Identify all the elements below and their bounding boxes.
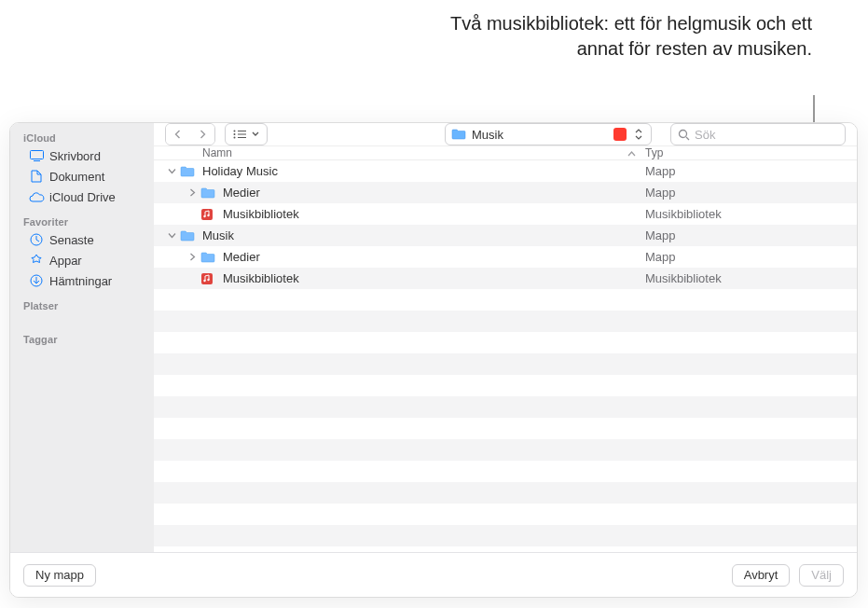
- svg-point-11: [234, 137, 236, 139]
- sidebar-heading-platser: Platser: [10, 297, 154, 313]
- column-header-name[interactable]: Namn: [202, 146, 645, 159]
- sidebar-item-label: Skrivbord: [49, 149, 101, 163]
- svg-point-19: [203, 279, 205, 281]
- table-row: [154, 311, 857, 332]
- download-icon: [29, 273, 44, 288]
- table-row[interactable]: MusikbibliotekMusikbibliotek: [154, 203, 857, 225]
- table-row: [154, 525, 857, 546]
- sidebar-item-label: Hämtningar: [49, 274, 112, 288]
- row-type-label: Mapp: [645, 250, 857, 264]
- sidebar-heading-favoriter: Favoriter: [10, 213, 154, 229]
- callout-caption: Två musikbibliotek: ett för helgmusik oc…: [439, 11, 812, 62]
- svg-point-17: [207, 214, 209, 215]
- table-row: [154, 504, 857, 525]
- nav-buttons: [165, 123, 215, 145]
- sidebar-item-label: iCloud Drive: [49, 190, 116, 204]
- sidebar-item-label: Dokument: [49, 170, 104, 184]
- choose-button[interactable]: Välj: [799, 564, 844, 587]
- svg-point-9: [234, 133, 236, 135]
- table-row: [154, 396, 857, 418]
- chevron-down-icon: [252, 131, 259, 137]
- music-library-icon: [200, 271, 215, 286]
- file-list: Holiday MusicMappMedierMappMusikbibliote…: [154, 160, 857, 552]
- disclosure-triangle-icon[interactable]: [186, 188, 199, 197]
- table-row[interactable]: MedierMapp: [154, 182, 857, 203]
- view-mode-button[interactable]: [225, 123, 268, 145]
- table-row: [154, 375, 857, 396]
- sidebar-item-skrivbord[interactable]: Skrivbord: [10, 145, 154, 166]
- chevron-left-icon: [173, 130, 183, 139]
- sort-ascending-icon: [627, 148, 636, 159]
- sidebar-item-senaste[interactable]: Senaste: [10, 229, 154, 250]
- sidebar-item-icloud-drive[interactable]: iCloud Drive: [10, 187, 154, 207]
- main-panel: Musik Namn: [154, 123, 857, 552]
- cloud-icon: [29, 189, 44, 204]
- path-popup[interactable]: Musik: [445, 123, 652, 145]
- sidebar-heading-icloud: iCloud: [10, 129, 154, 145]
- table-row: [154, 332, 857, 353]
- column-header-type[interactable]: Typ: [645, 146, 857, 159]
- row-type-label: Mapp: [645, 228, 857, 242]
- clock-icon: [29, 232, 44, 247]
- table-row: [154, 482, 857, 504]
- path-indicator-icon: [613, 128, 627, 141]
- folder-icon: [200, 250, 215, 265]
- finder-dialog: iCloud Skrivbord Dokument iCloud Drive F…: [9, 122, 858, 598]
- sidebar: iCloud Skrivbord Dokument iCloud Drive F…: [10, 123, 154, 552]
- path-label: Musik: [472, 128, 608, 142]
- sidebar-item-label: Appar: [49, 254, 82, 268]
- search-field[interactable]: [670, 123, 846, 145]
- toolbar: Musik: [154, 123, 857, 146]
- desktop-icon: [29, 148, 44, 163]
- music-library-icon: [200, 207, 215, 222]
- svg-point-7: [234, 131, 236, 132]
- svg-point-13: [680, 130, 687, 137]
- forward-button[interactable]: [190, 124, 214, 145]
- table-row: [154, 418, 857, 439]
- table-row[interactable]: MedierMapp: [154, 246, 857, 268]
- new-folder-button[interactable]: Ny mapp: [23, 564, 96, 587]
- svg-line-14: [686, 137, 689, 140]
- table-row: [154, 439, 857, 461]
- table-row[interactable]: MusikbibliotekMusikbibliotek: [154, 268, 857, 289]
- row-name-label: Medier: [223, 186, 260, 200]
- row-name-label: Musik: [202, 228, 234, 242]
- svg-rect-18: [201, 273, 213, 284]
- document-icon: [29, 169, 44, 184]
- column-headers: Namn Typ: [154, 146, 857, 160]
- row-type-label: Musikbibliotek: [645, 207, 857, 221]
- row-name-label: Musikbibliotek: [223, 271, 299, 285]
- table-row: [154, 461, 857, 482]
- row-type-label: Mapp: [645, 186, 857, 200]
- apps-icon: [29, 253, 44, 268]
- dialog-footer: Ny mapp Avbryt Välj: [10, 552, 857, 597]
- table-row[interactable]: Holiday MusicMapp: [154, 160, 857, 182]
- row-name-label: Medier: [223, 250, 260, 264]
- disclosure-triangle-icon[interactable]: [186, 253, 199, 261]
- table-row: [154, 353, 857, 375]
- sidebar-item-appar[interactable]: Appar: [10, 250, 154, 270]
- disclosure-triangle-icon[interactable]: [165, 167, 178, 175]
- folder-icon: [451, 129, 466, 140]
- search-input[interactable]: [695, 128, 838, 142]
- folder-icon: [180, 164, 195, 179]
- back-button[interactable]: [166, 124, 190, 145]
- cancel-button[interactable]: Avbryt: [732, 564, 791, 587]
- row-name-label: Holiday Music: [202, 164, 278, 178]
- column-header-name-label: Namn: [202, 146, 232, 159]
- sidebar-heading-taggar: Taggar: [10, 330, 154, 347]
- table-row: [154, 289, 857, 311]
- sidebar-item-dokument[interactable]: Dokument: [10, 166, 154, 187]
- row-type-label: Mapp: [645, 164, 857, 178]
- popup-arrows-icon: [632, 125, 645, 144]
- chevron-right-icon: [198, 130, 207, 139]
- svg-point-20: [207, 278, 209, 280]
- sidebar-item-hamtningar[interactable]: Hämtningar: [10, 270, 154, 291]
- row-name-label: Musikbibliotek: [223, 207, 299, 221]
- disclosure-triangle-icon[interactable]: [165, 231, 178, 240]
- svg-rect-15: [201, 209, 213, 220]
- svg-point-16: [203, 214, 205, 216]
- folder-icon: [180, 228, 195, 243]
- table-row[interactable]: MusikMapp: [154, 225, 857, 246]
- table-row: [154, 546, 857, 552]
